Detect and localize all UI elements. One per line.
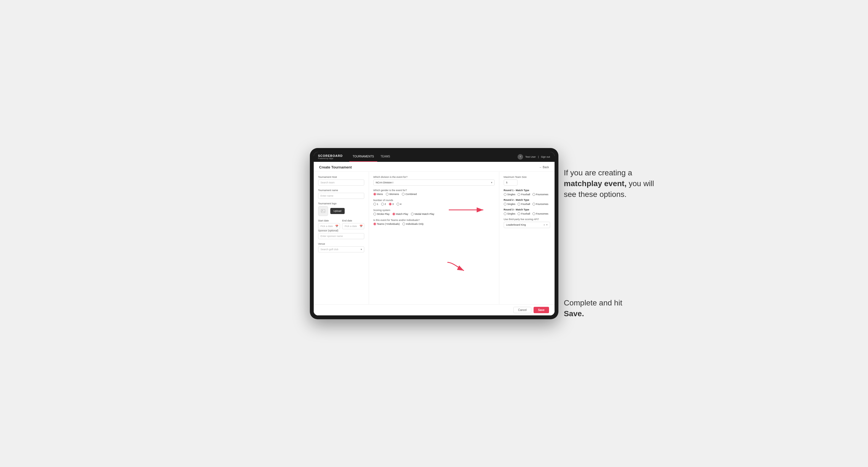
tournament-name-label: Tournament name [318,189,364,192]
gender-combined[interactable]: Combined [402,193,417,195]
gender-mens-radio[interactable] [373,193,376,195]
gender-combined-radio[interactable] [402,193,405,195]
tournament-host-group: Tournament Host [318,176,364,186]
tournament-host-label: Tournament Host [318,176,364,178]
round2-foursomes[interactable]: Foursomes [532,203,549,206]
tournament-logo-group: Tournament logo Upload [318,202,364,216]
scoring-match-radio[interactable] [393,213,395,215]
nav-right: T Test User | Sign out [518,154,550,160]
app-logo: SCOREBOARD [318,154,343,157]
gender-mens[interactable]: Mens [373,193,383,195]
round3-singles-radio[interactable] [504,212,506,215]
tournament-host-input[interactable] [318,180,364,186]
round2-foursomes-radio[interactable] [532,203,535,206]
rounds-3[interactable]: 3 [389,203,394,206]
round2-fourball-radio[interactable] [518,203,520,206]
upload-button[interactable]: Upload [330,208,345,214]
annotation-right-text: If you are creating a matchplay event, y… [564,167,655,200]
rounds-2-radio[interactable] [381,203,384,206]
date-row: Start date 📅 End date 📅 [318,219,364,229]
logo-preview [318,206,328,216]
calendar-icon-end: 📅 [360,225,363,227]
round3-fourball[interactable]: Fourball [518,212,530,215]
api-value: Leaderboard King [506,223,526,226]
round1-singles[interactable]: Singles [504,193,516,196]
teams-individuals-radio[interactable] [402,223,405,225]
round1-title: Round 1 - Match Type [504,189,550,192]
division-select-wrapper: NCAA Division I [373,180,495,186]
round2-fourball[interactable]: Fourball [518,203,530,206]
round2-singles-radio[interactable] [504,203,506,206]
create-tournament-container: Create Tournament ← Back Tournament Host… [314,162,555,315]
scoring-match[interactable]: Match Play [393,213,408,215]
app-logo-sub: Powered by clippi [318,157,343,159]
teams-group: Is this event for Teams and/or Individua… [373,219,495,225]
round1-section: Round 1 - Match Type Singles Fourball [504,189,550,196]
api-select-box[interactable]: Leaderboard King × ▾ [504,222,550,228]
teams-label: Is this event for Teams and/or Individua… [373,219,495,221]
logo-upload-row: Upload [318,206,364,216]
sponsor-input[interactable] [318,233,364,239]
start-date-wrap: 📅 [318,223,340,229]
end-date-wrap: 📅 [342,223,364,229]
form-body: Tournament Host Tournament name Tourname… [314,172,555,304]
rounds-1-radio[interactable] [373,203,376,206]
max-team-size-label: Maximum Team Size [504,176,550,178]
api-chevron[interactable]: ▾ [546,223,548,226]
annotation-bottom: Complete and hit Save. [564,298,644,319]
round2-radio-group: Singles Fourball Foursomes [504,203,550,206]
round3-section: Round 3 - Match Type Singles Fourball [504,208,550,215]
round3-title: Round 3 - Match Type [504,208,550,211]
round1-foursomes-radio[interactable] [532,193,535,196]
round1-radio-group: Singles Fourball Foursomes [504,193,550,196]
cancel-button[interactable]: Cancel [514,307,531,313]
round2-singles[interactable]: Singles [504,203,516,206]
round3-singles[interactable]: Singles [504,212,516,215]
venue-input[interactable] [318,246,364,252]
calendar-icon-start: 📅 [335,225,338,227]
nav-tournaments[interactable]: TOURNAMENTS [349,152,377,162]
back-button[interactable]: ← Back [539,166,549,169]
gender-label: Which gender is the event for? [373,189,495,192]
rounds-3-radio[interactable] [389,203,392,206]
tablet-frame: SCOREBOARD Powered by clippi TOURNAMENTS… [310,148,558,319]
teams-teams-radio[interactable] [373,223,376,225]
scoring-stroke[interactable]: Stroke Play [373,213,390,215]
max-team-size-input[interactable] [504,180,518,186]
sponsor-label: Sponsor (optional) [318,229,364,232]
scoring-medal[interactable]: Medal Match Play [411,213,434,215]
round1-singles-radio[interactable] [504,193,506,196]
rounds-1[interactable]: 1 [373,203,378,206]
division-label: Which division is the event for? [373,176,495,178]
teams-individuals[interactable]: Individuals Only [402,223,424,225]
scoring-stroke-radio[interactable] [373,213,376,215]
rounds-2[interactable]: 2 [381,203,386,206]
gender-womens[interactable]: Womens [386,193,399,195]
nav-signout[interactable]: Sign out [541,155,550,158]
nav-teams[interactable]: TEAMS [377,152,393,162]
logo-area: SCOREBOARD Powered by clippi [318,154,343,159]
round1-fourball[interactable]: Fourball [518,193,530,196]
round3-fourball-radio[interactable] [518,212,520,215]
annotation-right: If you are creating a matchplay event, y… [564,167,655,200]
tournament-name-input[interactable] [318,193,364,199]
round1-foursomes[interactable]: Foursomes [532,193,549,196]
save-button[interactable]: Save [533,307,549,313]
nav-bar: SCOREBOARD Powered by clippi TOURNAMENTS… [314,152,555,162]
form-middle-column: Which division is the event for? NCAA Di… [369,172,499,304]
rounds-4-radio[interactable] [397,203,399,206]
round2-title: Round 2 - Match Type [504,198,550,201]
gender-womens-radio[interactable] [386,193,389,195]
api-close-btn[interactable]: × [544,223,545,226]
rounds-4[interactable]: 4 [397,203,402,206]
teams-teams[interactable]: Teams (+Individuals) [373,223,400,225]
division-select[interactable]: NCAA Division I [373,180,495,186]
round3-foursomes[interactable]: Foursomes [532,212,549,215]
svg-point-1 [322,210,323,211]
scoring-medal-radio[interactable] [411,213,414,215]
nav-separator: | [538,155,538,158]
round3-foursomes-radio[interactable] [532,212,535,215]
gender-radio-group: Mens Womens Combined [373,193,495,195]
teams-radio-group: Teams (+Individuals) Individuals Only [373,223,495,225]
round1-fourball-radio[interactable] [518,193,520,196]
